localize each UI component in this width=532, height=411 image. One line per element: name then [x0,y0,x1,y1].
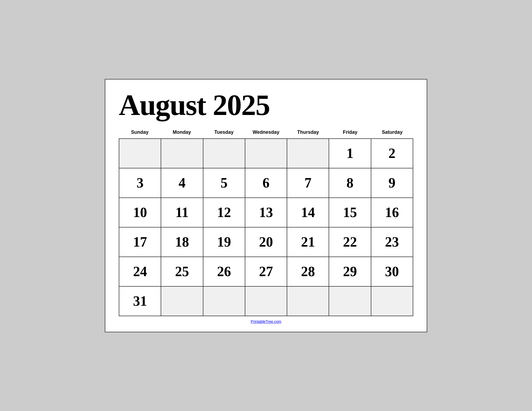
calendar-grid-wrapper: SundayMondayTuesdayWednesdayThursdayFrid… [119,128,413,316]
calendar-cell-day-22: 22 [329,228,371,257]
date-number: 12 [217,204,231,220]
calendar-cell-day-13: 13 [245,198,287,228]
calendar-title: August 2025 [119,90,413,120]
day-header-monday: Monday [161,128,203,137]
date-number: 20 [259,234,273,250]
date-number: 22 [343,234,357,250]
calendar-cell-day-2: 2 [371,139,413,168]
footer-link[interactable]: PrintableTree.com [251,319,281,324]
calendar-cell-day-4: 4 [161,168,203,198]
calendar-cell-day-14: 14 [287,198,329,228]
calendar-cell-day-10: 10 [119,198,161,228]
calendar-cell-empty [161,287,203,316]
day-header-thursday: Thursday [287,128,329,137]
day-header-friday: Friday [329,128,371,137]
date-number: 8 [347,175,354,191]
calendar-cell-day-9: 9 [371,168,413,198]
calendar-cell-empty [203,139,245,168]
calendar-cell-empty [287,139,329,168]
calendar-cell-day-30: 30 [371,257,413,287]
date-number: 3 [136,175,143,191]
calendar-cell-empty [329,287,371,316]
date-number: 25 [175,264,189,279]
calendar-cell-empty [203,287,245,316]
calendar-cell-day-26: 26 [203,257,245,287]
date-number: 7 [304,175,311,191]
calendar-cell-day-1: 1 [329,139,371,168]
date-number: 24 [133,264,147,279]
calendar-cell-day-23: 23 [371,228,413,257]
date-number: 13 [259,204,273,220]
date-number: 9 [389,175,396,191]
day-header-tuesday: Tuesday [203,128,245,137]
calendar-cell-day-27: 27 [245,257,287,287]
date-number: 30 [385,264,399,279]
date-number: 16 [385,204,399,220]
day-header-sunday: Sunday [119,128,161,137]
calendar-cell-day-6: 6 [245,168,287,198]
date-number: 2 [389,145,396,161]
date-number: 29 [343,264,357,279]
calendar-cell-day-11: 11 [161,198,203,228]
calendar-cell-day-20: 20 [245,228,287,257]
calendar-cell-empty [245,287,287,316]
day-header-saturday: Saturday [371,128,413,137]
calendar-cell-day-5: 5 [203,168,245,198]
calendar-page: August 2025 SundayMondayTuesdayWednesday… [105,79,427,332]
date-number: 28 [301,264,315,279]
date-number: 4 [178,175,185,191]
date-number: 17 [133,234,147,250]
date-number: 11 [175,204,189,220]
date-number: 1 [347,145,354,161]
date-number: 15 [343,204,357,220]
calendar-cell-day-7: 7 [287,168,329,198]
calendar-cell-empty [119,139,161,168]
calendar-cell-day-8: 8 [329,168,371,198]
calendar-cell-empty [287,287,329,316]
calendar-cell-empty [161,139,203,168]
date-number: 10 [133,204,147,220]
calendar-cell-day-3: 3 [119,168,161,198]
calendar-cell-day-18: 18 [161,228,203,257]
date-number: 14 [301,204,315,220]
day-header-wednesday: Wednesday [245,128,287,137]
calendar-cell-day-12: 12 [203,198,245,228]
date-number: 27 [259,264,273,279]
calendar-cell-day-28: 28 [287,257,329,287]
calendar-cell-day-15: 15 [329,198,371,228]
date-number: 5 [221,175,228,191]
calendar-cell-empty [245,139,287,168]
calendar-cell-day-25: 25 [161,257,203,287]
calendar-cell-day-17: 17 [119,228,161,257]
calendar-cell-day-31: 31 [119,287,161,316]
date-number: 26 [217,264,231,279]
calendar-cell-day-19: 19 [203,228,245,257]
calendar-cell-day-21: 21 [287,228,329,257]
date-number: 6 [263,175,269,191]
calendar-footer[interactable]: PrintableTree.com [119,319,413,324]
calendar-grid: 1234567891011121314151617181920212223242… [119,138,413,316]
day-headers: SundayMondayTuesdayWednesdayThursdayFrid… [119,128,413,137]
calendar-cell-day-16: 16 [371,198,413,228]
calendar-cell-empty [371,287,413,316]
date-number: 23 [385,234,399,250]
date-number: 19 [217,234,231,250]
date-number: 18 [175,234,189,250]
date-number: 21 [301,234,315,250]
date-number: 31 [133,293,147,309]
calendar-cell-day-24: 24 [119,257,161,287]
calendar-cell-day-29: 29 [329,257,371,287]
